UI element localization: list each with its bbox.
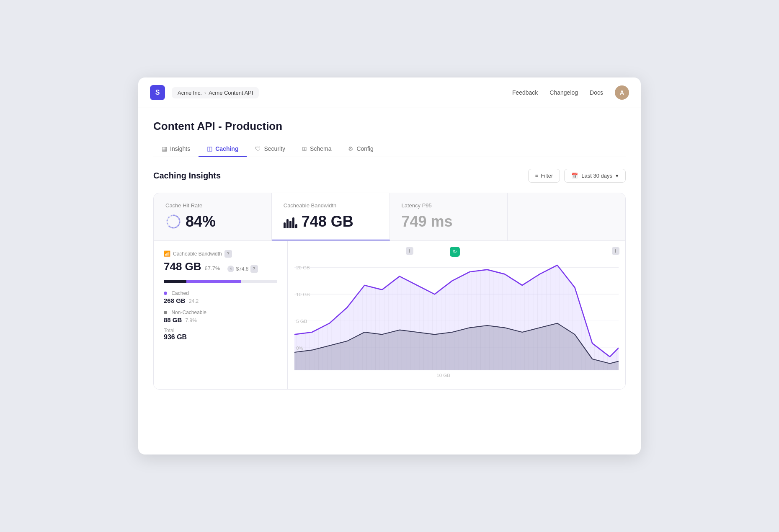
tab-security[interactable]: 🛡 Security bbox=[247, 141, 294, 157]
bandwidth-bar-icon bbox=[284, 215, 297, 228]
chart-refresh-badge[interactable]: ↻ bbox=[450, 247, 460, 257]
non-cacheable-value: 88 GB 7.9% bbox=[164, 316, 277, 323]
breadcrumb-project: Acme Content API bbox=[209, 90, 253, 96]
chart-canvas: i ↻ i bbox=[288, 241, 625, 389]
y-label-10gb: 10 GB bbox=[296, 291, 310, 297]
logo-icon: S bbox=[150, 85, 165, 100]
docs-link[interactable]: Docs bbox=[590, 89, 603, 96]
page-title: Content API - Production bbox=[153, 120, 626, 133]
app-window: S Acme Inc. › Acme Content API Feedback … bbox=[138, 77, 641, 455]
tab-schema[interactable]: ⊞ Schema bbox=[294, 141, 340, 157]
area-chart: 20 GB 10 GB 5 GB 0% 10 GB bbox=[294, 245, 619, 379]
progress-ring-icon bbox=[165, 214, 181, 230]
stat-cache-hit-rate[interactable]: Cache Hit Rate 84% bbox=[154, 193, 272, 240]
stats-container: Cache Hit Rate 84% Cacheable Bandwidth bbox=[153, 193, 626, 390]
tab-caching[interactable]: ◫ Caching bbox=[199, 141, 247, 157]
tabs-bar: ▦ Insights ◫ Caching 🛡 Security ⊞ Schema… bbox=[153, 141, 626, 157]
tab-insights[interactable]: ▦ Insights bbox=[153, 141, 199, 157]
progress-bar bbox=[164, 280, 277, 283]
chevron-down-icon: ▾ bbox=[616, 173, 619, 179]
cost-icon: $ bbox=[227, 266, 234, 272]
stat-empty bbox=[508, 193, 625, 240]
chart-sidebar: 📶 Cacheable Bandwidth ? 748 GB 67.7% $ $… bbox=[154, 241, 288, 389]
cached-value: 268 GB 24.2 bbox=[164, 297, 277, 304]
nav-links: Feedback Changelog Docs A bbox=[512, 85, 629, 100]
info-badge-sidebar[interactable]: ? bbox=[224, 250, 232, 258]
stats-top: Cache Hit Rate 84% Cacheable Bandwidth bbox=[154, 193, 625, 241]
section-header: Caching Insights ≡ Filter 📅 Last 30 days… bbox=[153, 169, 626, 183]
config-icon: ⚙ bbox=[348, 145, 353, 152]
cacheable-bandwidth-value: 748 GB bbox=[284, 213, 378, 230]
latency-p95-value: 749 ms bbox=[402, 213, 496, 230]
date-range-button[interactable]: 📅 Last 30 days ▾ bbox=[564, 169, 626, 183]
progress-dark-fill bbox=[164, 280, 186, 283]
cached-label: Cached bbox=[171, 290, 188, 296]
header-actions: ≡ Filter 📅 Last 30 days ▾ bbox=[528, 169, 626, 183]
cost-row: $ $74.8 ? bbox=[227, 265, 258, 273]
security-icon: 🛡 bbox=[255, 145, 261, 152]
cacheable-bandwidth-label: Cacheable Bandwidth bbox=[284, 202, 378, 209]
cache-hit-rate-label: Cache Hit Rate bbox=[165, 202, 260, 209]
bandwidth-icon: 📶 bbox=[164, 251, 170, 257]
tab-config[interactable]: ⚙ Config bbox=[340, 141, 382, 157]
stat-latency-p95[interactable]: Latency P95 749 ms bbox=[390, 193, 508, 240]
cache-hit-rate-value: 84% bbox=[165, 213, 260, 230]
sidebar-pct: 67.7% bbox=[205, 265, 220, 271]
non-cacheable-dot bbox=[164, 311, 167, 314]
legend-cached: Cached 268 GB 24.2 bbox=[164, 289, 277, 304]
calendar-icon: 📅 bbox=[571, 173, 578, 179]
y-label-0pct: 0% bbox=[296, 345, 303, 350]
non-cacheable-label: Non-Cacheable bbox=[171, 310, 206, 315]
sidebar-main-row: 748 GB 67.7% $ $74.8 ? bbox=[164, 260, 277, 274]
chart-sidebar-label: 📶 Cacheable Bandwidth ? bbox=[164, 250, 277, 258]
refresh-icon: ↻ bbox=[450, 247, 460, 257]
cost-info-badge[interactable]: ? bbox=[250, 265, 258, 273]
insights-icon: ▦ bbox=[162, 145, 167, 152]
chart-info-badge-1[interactable]: i bbox=[406, 247, 413, 255]
breadcrumb-org: Acme Inc. bbox=[178, 90, 202, 96]
section-title: Caching Insights bbox=[153, 171, 221, 181]
legend-list: Cached 268 GB 24.2 Non-Cacheable bbox=[164, 289, 277, 341]
main-content: Content API - Production ▦ Insights ◫ Ca… bbox=[138, 108, 641, 455]
breadcrumb[interactable]: Acme Inc. › Acme Content API bbox=[172, 87, 259, 98]
legend-non-cacheable: Non-Cacheable 88 GB 7.9% bbox=[164, 308, 277, 323]
chart-section: 📶 Cacheable Bandwidth ? 748 GB 67.7% $ $… bbox=[154, 241, 625, 389]
caching-icon: ◫ bbox=[207, 145, 212, 152]
breadcrumb-sep: › bbox=[204, 90, 206, 96]
schema-icon: ⊞ bbox=[302, 145, 307, 152]
cached-dot bbox=[164, 292, 167, 295]
y-label-5gb: 5 GB bbox=[296, 318, 307, 323]
avatar[interactable]: A bbox=[615, 85, 629, 100]
chart-info-badge-2[interactable]: i bbox=[612, 247, 619, 255]
filter-icon: ≡ bbox=[535, 173, 539, 179]
x-label-10gb: 10 GB bbox=[436, 372, 450, 377]
progress-purple-fill bbox=[186, 280, 241, 283]
feedback-link[interactable]: Feedback bbox=[512, 89, 538, 96]
filter-button[interactable]: ≡ Filter bbox=[528, 169, 560, 183]
changelog-link[interactable]: Changelog bbox=[549, 89, 578, 96]
latency-p95-label: Latency P95 bbox=[402, 202, 496, 209]
sidebar-main-value: 748 GB bbox=[164, 260, 201, 273]
legend-total: Total 936 GB bbox=[164, 328, 277, 341]
y-label-20gb: 20 GB bbox=[296, 264, 310, 270]
top-nav: S Acme Inc. › Acme Content API Feedback … bbox=[138, 77, 641, 108]
stat-cacheable-bandwidth[interactable]: Cacheable Bandwidth 748 GB bbox=[272, 193, 390, 240]
total-value: 936 GB bbox=[164, 333, 277, 341]
